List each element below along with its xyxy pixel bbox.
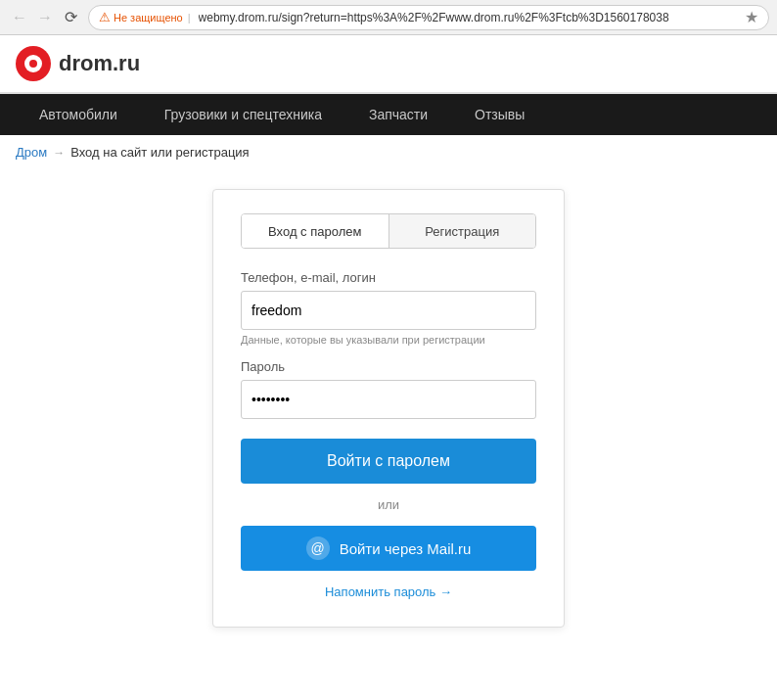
nav-item-reviews[interactable]: Отзывы — [451, 94, 548, 135]
login-hint: Данные, которые вы указывали при регистр… — [241, 334, 536, 346]
breadcrumb-home[interactable]: Дром — [16, 145, 47, 160]
logo-text: drom.ru — [59, 51, 140, 76]
login-input[interactable] — [241, 291, 536, 330]
nav-item-parts[interactable]: Запчасти — [345, 94, 451, 135]
forgot-password-link: Напомнить пароль → — [241, 584, 536, 599]
tab-password-login[interactable]: Вход с паролем — [242, 214, 389, 248]
logo[interactable]: drom.ru — [16, 46, 140, 81]
breadcrumb-current: Вход на сайт или регистрация — [70, 145, 249, 160]
breadcrumb-arrow: → — [53, 146, 65, 160]
warning-icon: ⚠ — [99, 10, 111, 24]
mailru-login-button[interactable]: @ Войти через Mail.ru — [241, 526, 536, 571]
nav-item-cars[interactable]: Автомобили — [16, 94, 141, 135]
url-text: webmy.drom.ru/sign?return=https%3A%2F%2F… — [199, 11, 739, 24]
password-field-group: Пароль — [241, 359, 536, 419]
or-divider: или — [241, 497, 536, 512]
mailru-icon: @ — [306, 537, 330, 560]
login-tabs: Вход с паролем Регистрация — [241, 213, 536, 249]
breadcrumb: Дром → Вход на сайт или регистрация — [0, 135, 777, 169]
logo-icon — [16, 46, 51, 81]
security-warning: ⚠ Не защищено | — [99, 10, 193, 24]
nav-buttons: ← → ⟳ — [8, 6, 82, 29]
main-content: Вход с паролем Регистрация Телефон, e-ma… — [0, 169, 777, 667]
login-box: Вход с паролем Регистрация Телефон, e-ma… — [212, 189, 565, 628]
forgot-password-anchor[interactable]: Напомнить пароль → — [325, 584, 452, 599]
login-field-group: Телефон, e-mail, логин Данные, которые в… — [241, 270, 536, 346]
browser-chrome: ← → ⟳ ⚠ Не защищено | webmy.drom.ru/sign… — [0, 0, 777, 35]
reload-button[interactable]: ⟳ — [59, 6, 82, 29]
address-bar[interactable]: ⚠ Не защищено | webmy.drom.ru/sign?retur… — [88, 5, 769, 30]
nav-menu: Автомобили Грузовики и спецтехника Запча… — [0, 94, 777, 135]
password-input[interactable] — [241, 380, 536, 419]
tab-register[interactable]: Регистрация — [389, 214, 536, 248]
login-button[interactable]: Войти с паролем — [241, 439, 536, 484]
nav-item-trucks[interactable]: Грузовики и спецтехника — [141, 94, 345, 135]
back-button[interactable]: ← — [8, 6, 31, 29]
login-label: Телефон, e-mail, логин — [241, 270, 536, 285]
password-label: Пароль — [241, 359, 536, 374]
site-header: drom.ru — [0, 35, 777, 94]
bookmark-button[interactable]: ★ — [745, 8, 758, 26]
mailru-button-label: Войти через Mail.ru — [340, 540, 472, 557]
forward-button[interactable]: → — [33, 6, 57, 29]
